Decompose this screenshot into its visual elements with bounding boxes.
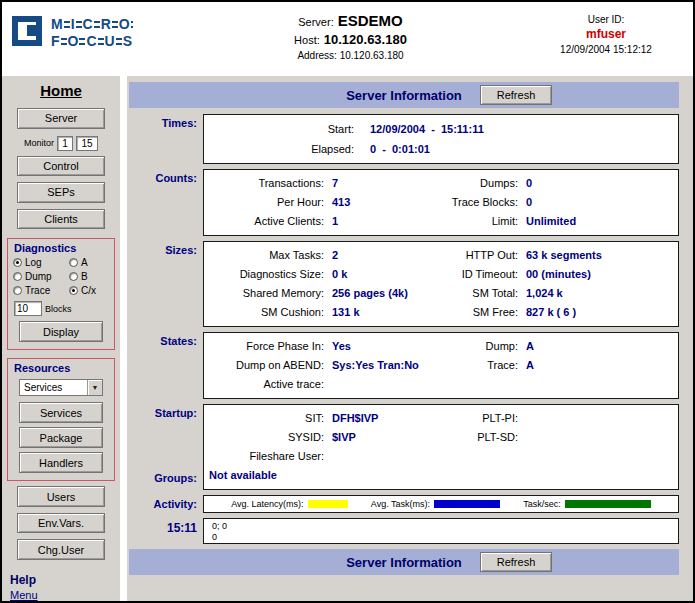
users-button[interactable]: Users	[17, 486, 105, 507]
ticker-line-1: 0; 0	[212, 521, 678, 532]
kv-key	[440, 375, 524, 394]
kv-value	[524, 447, 678, 466]
resources-select-value: Services	[24, 382, 62, 393]
startup-label: Startup:	[129, 407, 197, 419]
kv-value: 12/09/2004 - 15:11:11	[370, 119, 484, 139]
home-link[interactable]: Home	[40, 82, 82, 99]
kv-value: 413	[330, 193, 440, 212]
kv-value: 256 pages (4k)	[330, 284, 440, 303]
groups-note: Not available	[204, 466, 678, 485]
kv-key: SM Total:	[440, 284, 524, 303]
radio-a[interactable]: A	[69, 257, 109, 268]
kv-value: Sys:Yes Tran:No	[330, 356, 440, 375]
kv-key: Fileshare User:	[204, 447, 330, 466]
kv-key	[440, 447, 524, 466]
refresh-button-bottom[interactable]: Refresh	[480, 552, 552, 572]
services-button[interactable]: Services	[19, 402, 103, 423]
activity-row: Activity: Avg. Latency(ms): Avg. Task(ms…	[129, 495, 679, 513]
legend-task-ms-label: Avg. Task(ms):	[371, 499, 430, 509]
kv-key: SM Cushion:	[204, 303, 330, 322]
radio-cx[interactable]: C/x	[69, 285, 109, 296]
resources-select[interactable]: Services ▼	[19, 379, 103, 396]
times-label: Times:	[129, 114, 203, 164]
sizes-label: Sizes:	[129, 241, 203, 327]
radio-log-circle[interactable]	[13, 258, 22, 267]
states-box: Force Phase In:YesDump:A Dump on ABEND:S…	[203, 332, 679, 399]
kv-value	[524, 409, 678, 428]
user-info: User ID: mfuser 12/09/2004 15:12:12	[531, 10, 681, 76]
legend-latency-label: Avg. Latency(ms):	[231, 499, 303, 509]
chevron-down-icon[interactable]: ▼	[87, 380, 102, 395]
kv-key: Diagnostics Size:	[204, 265, 330, 284]
radio-trace-circle[interactable]	[13, 286, 22, 295]
kv-key: Limit:	[440, 212, 524, 231]
menu-link[interactable]: Menu	[10, 589, 38, 601]
radio-b[interactable]: B	[69, 271, 109, 282]
radio-dump-circle[interactable]	[13, 272, 22, 281]
app-window: MICRO FOCUS Server:ESDEMO Host:10.120.63…	[0, 0, 695, 603]
task-ms-color-swatch	[434, 500, 500, 508]
user-id-label: User ID:	[531, 12, 681, 27]
radio-cx-label: C/x	[81, 285, 96, 296]
kv-key: HTTP Out:	[440, 246, 524, 265]
main-panel: Server Information Refresh Times: Start:…	[127, 76, 693, 601]
sidebar: Home Server Monitor Control SEPs Clients…	[2, 76, 120, 601]
times-box: Start:12/09/2004 - 15:11:11 Elapsed:0 - …	[203, 114, 679, 164]
radio-log[interactable]: Log	[13, 257, 69, 268]
resources-title: Resources	[8, 362, 70, 374]
chguser-button[interactable]: Chg.User	[17, 539, 105, 560]
kv-value: 7	[330, 174, 440, 193]
kv-key: Start:	[204, 119, 354, 139]
kv-key: ID Timeout:	[440, 265, 524, 284]
kv-value: Unlimited	[524, 212, 678, 231]
ticker-time-label: 15:11	[129, 518, 203, 544]
envvars-button[interactable]: Env.Vars.	[17, 513, 105, 534]
display-button[interactable]: Display	[19, 321, 103, 342]
monitor-input-2[interactable]	[76, 136, 98, 151]
seps-button[interactable]: SEPs	[17, 182, 105, 203]
server-button[interactable]: Server	[17, 108, 105, 129]
clients-button[interactable]: Clients	[17, 209, 105, 230]
handlers-button[interactable]: Handlers	[19, 452, 103, 473]
radio-b-circle[interactable]	[69, 272, 78, 281]
radio-log-label: Log	[25, 257, 42, 268]
kv-value: $IVP	[330, 428, 440, 447]
refresh-button-top[interactable]: Refresh	[480, 85, 552, 105]
kv-value: 131 k	[330, 303, 440, 322]
groups-label: Groups:	[129, 472, 197, 484]
radio-dump[interactable]: Dump	[13, 271, 69, 282]
kv-key: PLT-PI:	[440, 409, 524, 428]
states-row: States: Force Phase In:YesDump:A Dump on…	[129, 332, 679, 399]
kv-key: Trace Blocks:	[440, 193, 524, 212]
legend-task-sec-label: Task/sec:	[523, 499, 561, 509]
startup-box: SIT:DFH$IVPPLT-PI: SYSID:$IVPPLT-SD: Fil…	[203, 404, 679, 490]
sizes-box: Max Tasks:2HTTP Out:63 k segments Diagno…	[203, 241, 679, 327]
sidebar-gutter	[120, 76, 127, 601]
bottom-title-bar: Server Information Refresh	[129, 549, 679, 575]
kv-value: 827 k ( 6 )	[524, 303, 678, 322]
monitor-input-1[interactable]	[57, 136, 73, 151]
package-button[interactable]: Package	[19, 427, 103, 448]
logo-word-micro: MICRO	[50, 17, 133, 32]
kv-key: Per Hour:	[204, 193, 330, 212]
radio-trace[interactable]: Trace	[13, 285, 69, 296]
ticker-line-2: 0	[212, 532, 678, 543]
kv-key: SM Free:	[440, 303, 524, 322]
address-value: 10.120.63.180	[340, 50, 404, 61]
diagnostics-group: Diagnostics Log A Dump B Trace C/x Block…	[7, 238, 115, 350]
ticker-box: 0; 0 0	[203, 518, 679, 544]
radio-a-circle[interactable]	[69, 258, 78, 267]
kv-key: Transactions:	[204, 174, 330, 193]
radio-cx-circle[interactable]	[69, 286, 78, 295]
blocks-input[interactable]	[14, 301, 42, 316]
control-button[interactable]: Control	[17, 156, 105, 177]
page-header: MICRO FOCUS Server:ESDEMO Host:10.120.63…	[2, 2, 693, 76]
task-sec-color-swatch	[565, 500, 651, 508]
host-label: Host:	[294, 34, 320, 46]
help-heading: Help	[10, 573, 36, 587]
logo-word-focus: FOCUS	[50, 34, 133, 49]
radio-b-label: B	[81, 271, 88, 282]
address-label: Address:	[297, 50, 336, 61]
kv-key: Force Phase In:	[204, 337, 330, 356]
kv-value: A	[524, 337, 678, 356]
